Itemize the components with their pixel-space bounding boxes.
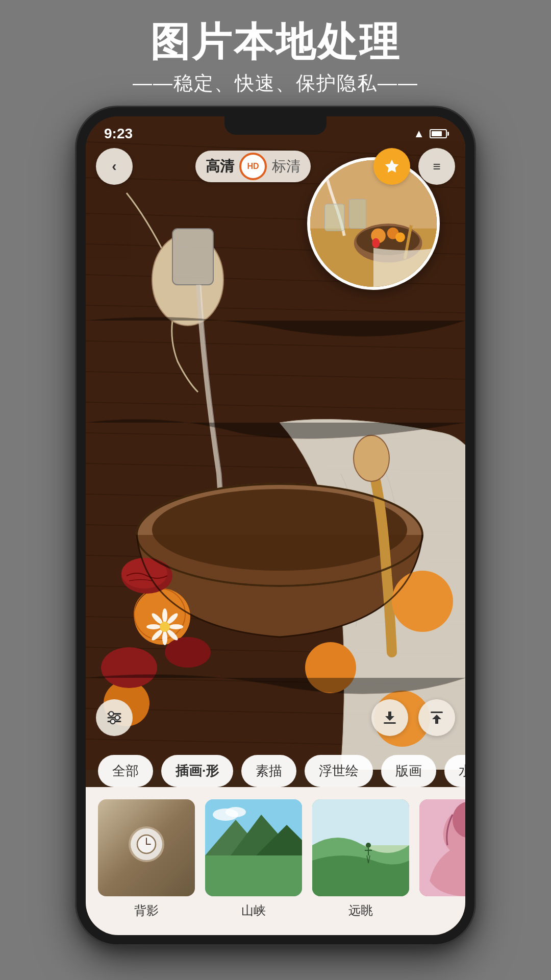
back-button[interactable]: ‹ — [96, 148, 133, 185]
page-title: 图片本地处理 — [0, 20, 551, 64]
menu-button[interactable]: ≡ — [418, 148, 455, 185]
wifi-icon: ▲ — [413, 127, 424, 140]
download-icon — [381, 708, 399, 727]
filter-item-yuantiao[interactable]: 远眺 — [312, 799, 409, 919]
right-toolbar-buttons: ≡ — [373, 148, 455, 185]
filter-thumb-shanxia — [205, 799, 302, 896]
phone-screen: 9:23 ▲ — [86, 116, 465, 935]
svg-point-58 — [372, 238, 380, 248]
menu-icon: ≡ — [433, 159, 440, 175]
quality-high-label[interactable]: 高清 — [206, 157, 234, 176]
filter-tab-illustration[interactable]: 插画·形 — [161, 755, 233, 787]
back-icon: ‹ — [112, 158, 116, 175]
filter-tab-printmaking[interactable]: 版画 — [381, 755, 436, 787]
notch — [224, 116, 327, 135]
svg-point-55 — [407, 210, 418, 226]
svg-rect-57 — [349, 199, 366, 228]
svg-point-80 — [366, 843, 371, 848]
svg-point-37 — [162, 608, 167, 623]
page-header: 图片本地处理 ——稳定、快速、保护隐私—— — [0, 20, 551, 96]
download-button[interactable] — [371, 699, 408, 736]
svg-point-64 — [111, 719, 115, 724]
svg-rect-66 — [431, 712, 443, 713]
filter-tabs: 全部 插画·形 素描 浮世绘 版画 水 — [86, 755, 465, 787]
filter-thumb-yuantiao — [312, 799, 409, 896]
svg-rect-56 — [325, 204, 344, 231]
quality-hd-button[interactable]: HD — [239, 153, 267, 180]
filter-item-figure[interactable] — [419, 799, 465, 902]
svg-point-24 — [152, 489, 407, 571]
toolbar-top: ‹ 高清 HD 标清 — [96, 148, 455, 185]
filter-thumb-figure — [419, 799, 465, 896]
svg-point-29 — [392, 571, 453, 632]
filter-tab-all[interactable]: 全部 — [98, 755, 153, 787]
battery-icon — [430, 129, 447, 138]
filter-adjust-button[interactable] — [96, 699, 133, 736]
svg-point-62 — [109, 712, 114, 716]
quality-std-label[interactable]: 标清 — [272, 157, 300, 176]
svg-point-53 — [395, 232, 405, 242]
star-button[interactable] — [373, 148, 410, 185]
adjust-icon — [105, 708, 123, 727]
share-icon — [428, 708, 446, 727]
filter-label-beiying: 背影 — [134, 902, 159, 919]
quality-toggle: 高清 HD 标清 — [195, 151, 311, 182]
filter-label-yuantiao: 远眺 — [348, 902, 373, 919]
filter-thumb-beiying — [98, 799, 195, 896]
hd-ring — [240, 153, 266, 180]
svg-rect-79 — [312, 799, 409, 845]
status-time: 9:23 — [104, 126, 133, 142]
svg-point-41 — [162, 631, 167, 645]
filter-item-shanxia[interactable]: 山峡 — [205, 799, 302, 919]
main-image — [86, 116, 465, 770]
filter-tab-water[interactable]: 水 — [444, 755, 465, 787]
share-button[interactable] — [418, 699, 455, 736]
bottom-action-bar — [96, 699, 455, 736]
svg-point-63 — [115, 716, 120, 720]
svg-rect-75 — [205, 855, 302, 896]
svg-rect-22 — [172, 229, 213, 285]
svg-point-45 — [160, 622, 170, 632]
svg-point-36 — [101, 647, 157, 688]
filter-label-shanxia: 山峡 — [241, 902, 266, 919]
svg-point-27 — [134, 589, 190, 645]
phone-mockup: 9:23 ▲ — [77, 107, 474, 944]
filter-item-beiying[interactable]: 背影 — [98, 799, 195, 919]
status-icons: ▲ — [413, 127, 447, 140]
battery-fill — [432, 131, 442, 136]
svg-rect-65 — [384, 722, 396, 724]
filter-tab-sketch[interactable]: 素描 — [241, 755, 296, 787]
filter-strip: 背影 — [86, 787, 465, 935]
page-subtitle: ——稳定、快速、保护隐私—— — [0, 70, 551, 96]
clock-icon — [129, 826, 164, 862]
bottom-right-buttons — [371, 699, 455, 736]
svg-point-77 — [226, 807, 246, 817]
filter-tab-ukiyo[interactable]: 浮世绘 — [305, 755, 373, 787]
screen-content: 9:23 ▲ — [86, 116, 465, 935]
svg-point-39 — [169, 624, 183, 629]
svg-point-26 — [354, 435, 389, 481]
svg-point-43 — [146, 624, 161, 629]
svg-point-35 — [165, 637, 211, 668]
star-icon — [384, 158, 400, 175]
